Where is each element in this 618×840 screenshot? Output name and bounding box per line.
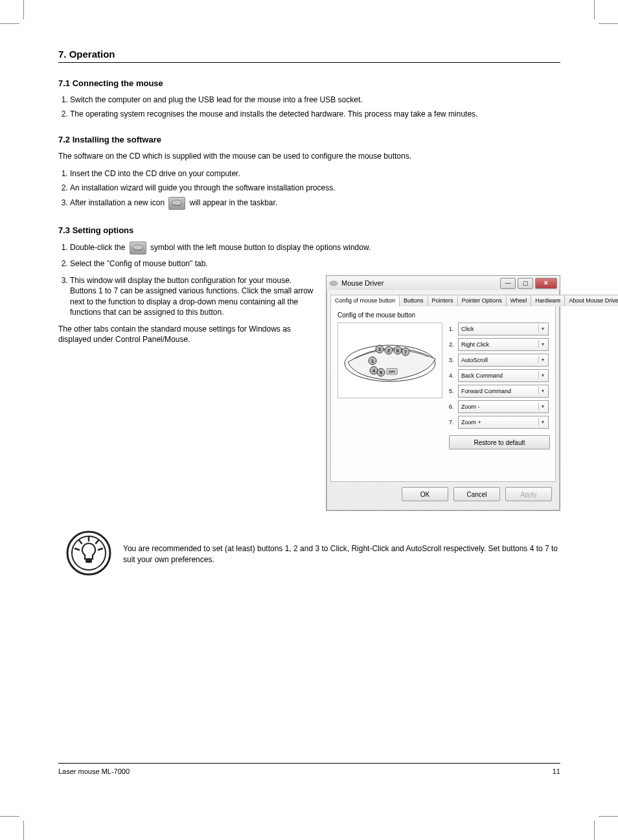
tab-buttons[interactable]: Buttons xyxy=(399,295,428,306)
divider xyxy=(58,763,560,764)
assignment-row: 3. AutoScroll▼ xyxy=(449,354,549,367)
crop-mark xyxy=(594,0,595,19)
tab-config-mouse-button[interactable]: Config of mouse button xyxy=(330,295,400,306)
divider xyxy=(58,62,560,63)
dialog-button-row: OK Cancel Apply xyxy=(330,482,556,506)
paragraph: The software on the CD which is supplied… xyxy=(58,151,560,161)
page-number: 11 xyxy=(553,767,560,775)
footer-product-name: Laser mouse ML-7000 xyxy=(58,767,130,775)
tab-pointer-options[interactable]: Pointer Options xyxy=(457,295,507,306)
chevron-down-icon: ▼ xyxy=(538,356,547,363)
assignment-row: 5. Forward Command▼ xyxy=(449,385,549,398)
maximize-button[interactable]: ▢ xyxy=(518,278,533,289)
chevron-down-icon: ▼ xyxy=(538,324,547,332)
assignment-row: 6. Zoom -▼ xyxy=(449,400,549,413)
assignment-row: 7. Zoom +▼ xyxy=(449,416,549,429)
assignment-select-7[interactable]: Zoom +▼ xyxy=(458,416,549,429)
section-number: 7. xyxy=(58,49,67,60)
crop-mark xyxy=(599,816,618,817)
text-fragment: will appear in the taskbar. xyxy=(190,198,277,207)
list-item: Switch the computer on and plug the USB … xyxy=(70,95,560,105)
svg-point-4 xyxy=(330,281,338,286)
tab-wheel[interactable]: Wheel xyxy=(506,295,532,306)
ok-button[interactable]: OK xyxy=(402,487,448,501)
crop-mark xyxy=(0,23,19,24)
window-titlebar: Mouse Driver — ▢ ✕ xyxy=(326,276,560,290)
section-heading: 7. Operation xyxy=(58,49,560,60)
svg-point-3 xyxy=(133,245,143,250)
chevron-down-icon: ▼ xyxy=(538,418,547,426)
list-item: Double-click the symbol with the left mo… xyxy=(70,242,560,255)
mouse-driver-tray-icon xyxy=(168,197,185,210)
chevron-down-icon: ▼ xyxy=(538,371,547,379)
crop-mark xyxy=(599,23,618,24)
text-fragment: Double-click the xyxy=(70,243,128,252)
assignment-number: 1. xyxy=(449,326,458,332)
svg-text:4: 4 xyxy=(372,368,376,374)
assignment-select-3[interactable]: AutoScroll▼ xyxy=(458,354,549,367)
list-item: This window will display the button conf… xyxy=(70,275,314,317)
minimize-button[interactable]: — xyxy=(500,278,516,289)
tab-pointers[interactable]: Pointers xyxy=(428,295,458,306)
tip-text: You are recommended to set (at least) bu… xyxy=(123,543,560,564)
assignment-row: 1. Click▼ xyxy=(449,323,549,335)
subsection-heading: 7.1 Connecting the mouse xyxy=(58,78,560,88)
panel-title: Config of the mouse button xyxy=(338,312,549,319)
assignment-value: Back Command xyxy=(461,372,503,379)
close-button[interactable]: ✕ xyxy=(535,278,557,289)
tab-about[interactable]: About Mouse Driver xyxy=(564,295,618,306)
text-fragment: symbol with the left mouse button to dis… xyxy=(150,243,371,252)
assignment-number: 6. xyxy=(449,403,458,410)
svg-text:2: 2 xyxy=(387,348,391,354)
svg-text:3: 3 xyxy=(378,346,382,352)
mouse-driver-tray-icon xyxy=(130,242,146,255)
list-item: Insert the CD into the CD drive on your … xyxy=(70,168,560,179)
chevron-down-icon: ▼ xyxy=(538,340,547,348)
assignment-number: 5. xyxy=(449,388,458,394)
assignment-select-1[interactable]: Click▼ xyxy=(458,323,549,335)
svg-text:7: 7 xyxy=(404,349,407,355)
mouse-diagram: 1 2 3 4 5 6 7 DPI xyxy=(338,323,442,398)
steps-list: Insert the CD into the CD drive on your … xyxy=(70,168,560,210)
assignment-value: Right Click xyxy=(461,341,489,348)
list-item: Select the "Config of mouse button" tab. xyxy=(70,258,560,269)
crop-mark xyxy=(0,816,19,817)
assignment-number: 4. xyxy=(449,372,458,379)
restore-default-button[interactable]: Restore to default xyxy=(449,435,550,449)
button-assignment-list: 1. Click▼ 2. Right Click▼ 3. xyxy=(449,323,549,449)
assignment-select-2[interactable]: Right Click▼ xyxy=(458,338,549,351)
lightbulb-icon xyxy=(66,530,111,578)
tab-panel: Config of the mouse button 1 xyxy=(330,306,556,482)
cancel-button[interactable]: Cancel xyxy=(453,487,500,501)
steps-list: Double-click the symbol with the left mo… xyxy=(70,242,560,269)
svg-point-1 xyxy=(172,200,182,205)
steps-list: This window will display the button conf… xyxy=(70,275,314,317)
assignment-value: AutoScroll xyxy=(461,357,488,363)
svg-rect-24 xyxy=(86,559,92,563)
assignment-select-6[interactable]: Zoom -▼ xyxy=(458,400,549,413)
assignment-row: 2. Right Click▼ xyxy=(449,338,549,351)
list-item: The operating system recognises the mous… xyxy=(70,109,560,119)
assignment-number: 3. xyxy=(449,357,458,363)
subsection-heading: 7.3 Setting options xyxy=(58,225,560,235)
crop-mark xyxy=(23,0,24,19)
steps-list: Switch the computer on and plug the USB … xyxy=(70,95,560,119)
tab-strip: Config of mouse button Buttons Pointers … xyxy=(330,294,556,306)
apply-button[interactable]: Apply xyxy=(505,487,552,501)
list-item: After installation a new icon will appea… xyxy=(70,197,560,210)
assignment-select-5[interactable]: Forward Command▼ xyxy=(458,385,549,398)
tab-hardware[interactable]: Hardware xyxy=(531,295,565,306)
paragraph: The other tabs contain the standard mous… xyxy=(58,324,314,345)
svg-text:6: 6 xyxy=(396,348,400,354)
section-title: Operation xyxy=(69,49,115,60)
chevron-down-icon: ▼ xyxy=(538,387,547,394)
assignment-value: Zoom - xyxy=(461,403,480,410)
mouse-driver-window: Mouse Driver — ▢ ✕ Config of mouse butto… xyxy=(326,275,560,511)
assignment-value: Click xyxy=(461,326,474,332)
mouse-icon xyxy=(329,280,338,286)
subsection-heading: 7.2 Installing the software xyxy=(58,135,560,144)
assignment-select-4[interactable]: Back Command▼ xyxy=(458,369,549,382)
window-title: Mouse Driver xyxy=(341,279,498,287)
svg-text:5: 5 xyxy=(380,370,383,376)
crop-mark xyxy=(594,821,595,840)
